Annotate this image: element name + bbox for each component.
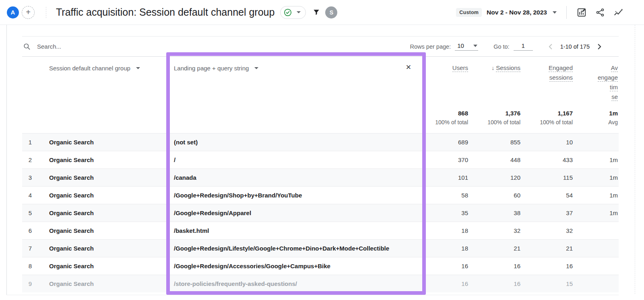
totals-avg-engagement-time: 1m Avg (574, 109, 619, 133)
totals-value: 868 (426, 109, 468, 118)
table-row: 5 Organic Search /Google+Redesign/Appare… (22, 204, 619, 222)
search-input[interactable]: Search... (37, 43, 61, 50)
chevron-left-icon (546, 42, 555, 51)
row-index: 6 (22, 227, 38, 234)
collaborator-avatar[interactable]: S (325, 6, 337, 18)
row-engaged: 15 (521, 280, 574, 287)
previous-page-button[interactable] (545, 41, 556, 52)
row-landing: /canada (166, 174, 426, 181)
customize-report-icon (576, 7, 587, 18)
header-divider (46, 7, 46, 18)
column-header-label: sessions (549, 74, 573, 82)
column-header-label: Sessions (496, 64, 520, 72)
pagination-range: 1-10 of 175 (560, 43, 590, 50)
row-channel: Organic Search (38, 139, 166, 146)
row-sessions: 448 (469, 156, 521, 163)
page-title: Traffic acquisition: Session default cha… (56, 6, 275, 18)
chevron-down-icon (136, 67, 140, 69)
goto-page-input[interactable]: 1 (514, 42, 533, 51)
row-avg: 1m (574, 174, 619, 181)
row-index: 5 (22, 210, 38, 216)
totals-value: 1,167 (521, 109, 573, 118)
table-row: 6 Organic Search /basket.html 18 32 32 (22, 222, 619, 239)
column-header-landing-page[interactable]: Landing page + query string ✕ (166, 57, 426, 72)
chevron-down-icon[interactable] (553, 11, 557, 14)
account-avatar[interactable]: A (7, 6, 19, 18)
row-sessions: 16 (469, 280, 521, 287)
account-avatar-initial: A (11, 9, 15, 16)
column-header-engaged-sessions[interactable]: Engaged sessions (521, 57, 574, 82)
row-index: 7 (22, 245, 38, 252)
row-landing: /store-policies/frequently-asked-questio… (166, 280, 426, 287)
sort-descending-icon: ↓ (491, 65, 494, 71)
row-landing: /Google+Redesign/Apparel (166, 210, 426, 216)
row-sessions: 855 (469, 139, 521, 146)
chevron-down-icon (473, 45, 477, 47)
column-header-label: se (611, 93, 618, 101)
column-header-label: tim (610, 84, 618, 91)
row-sessions: 32 (469, 227, 521, 234)
totals-engaged-sessions: 1,167 100% of total (521, 109, 574, 133)
column-header-avg-engagement-time[interactable]: Av engage tim se (574, 57, 619, 102)
rows-per-page-select[interactable]: 10 (455, 42, 478, 51)
header-right-controls: Custom Nov 2 - Nov 28, 2023 (456, 6, 644, 19)
row-channel: Organic Search (38, 192, 166, 199)
next-page-button[interactable] (594, 41, 605, 52)
row-channel: Organic Search (38, 263, 166, 269)
totals-subtext: 100% of total (521, 118, 573, 127)
collaborator-avatar-initial: S (330, 9, 333, 16)
column-header-label: Engaged (549, 64, 573, 72)
table-controls-row: Search... Rows per page: 10 Go to: 1 1-1… (22, 37, 619, 57)
date-range-selector[interactable]: Nov 2 - Nov 28, 2023 (487, 9, 547, 16)
totals-value: 1m (574, 109, 618, 118)
row-sessions: 120 (469, 174, 521, 181)
totals-subtext: 100% of total (469, 118, 520, 127)
column-header-channel-group[interactable]: Session default channel group (38, 57, 166, 72)
table-row: 1 Organic Search (not set) 689 855 10 (22, 133, 619, 151)
row-landing: /basket.html (166, 227, 426, 234)
add-comparison-button[interactable]: + (22, 6, 35, 19)
column-header-label: engage (598, 74, 618, 82)
totals-value: 1,376 (469, 109, 520, 118)
table-body: 1 Organic Search (not set) 689 855 10 2 … (22, 133, 619, 292)
row-channel: Organic Search (38, 210, 166, 216)
row-users: 18 (426, 227, 469, 234)
row-index: 3 (22, 174, 38, 181)
row-landing: /Google+Redesign/Shop+by+Brand/YouTube (166, 192, 426, 199)
share-button[interactable] (593, 6, 607, 19)
table-row: 2 Organic Search / 370 448 433 1m (22, 151, 619, 168)
panel-edge-dashed-line (635, 25, 635, 300)
customize-report-button[interactable] (575, 6, 588, 19)
data-quality-badge[interactable] (280, 6, 306, 19)
share-icon (595, 8, 605, 17)
rows-per-page-value: 10 (457, 42, 464, 49)
date-preset-chip: Custom (456, 8, 482, 17)
plus-icon: + (26, 8, 31, 17)
insights-button[interactable] (612, 6, 625, 19)
card-bottom-border (6, 295, 619, 295)
table-header-row: Session default channel group Landing pa… (22, 57, 619, 105)
table-row: 7 Organic Search /Google+Redesign/Lifest… (22, 239, 619, 257)
totals-users: 868 100% of total (426, 109, 469, 133)
row-engaged: 115 (521, 174, 574, 181)
report-card-left-border (6, 25, 7, 295)
totals-subtext: Avg (574, 118, 618, 127)
remove-column-button[interactable]: ✕ (406, 64, 411, 71)
row-index: 1 (22, 139, 38, 146)
row-engaged: 16 (521, 263, 574, 269)
row-users: 370 (426, 156, 469, 163)
row-landing: /Google+Redesign/Lifestyle/Google+Chrome… (166, 245, 426, 252)
row-index: 9 (22, 280, 38, 287)
add-filter-button[interactable] (312, 8, 320, 16)
column-header-users[interactable]: Users (426, 57, 469, 73)
row-sessions: 16 (469, 263, 521, 269)
row-index: 2 (22, 156, 38, 163)
insights-sparkline-icon (613, 7, 624, 18)
row-users: 16 (426, 263, 469, 269)
row-landing: / (166, 156, 426, 163)
column-header-sessions[interactable]: ↓Sessions (469, 57, 521, 73)
check-circle-icon (284, 8, 292, 16)
row-engaged: 21 (521, 245, 574, 252)
row-avg: 1m (574, 192, 619, 199)
table-search[interactable]: Search... (22, 43, 61, 50)
